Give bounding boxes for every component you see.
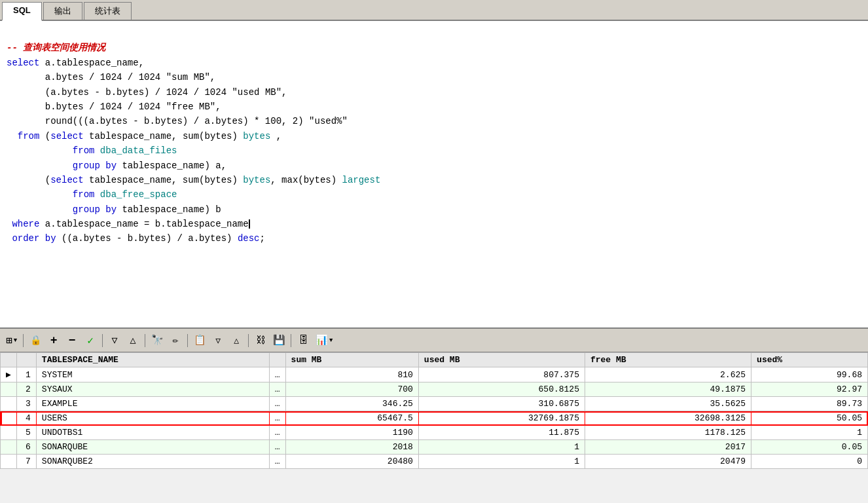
row-used-pct: 89.73 [751,397,868,411]
row-num: 7 [16,455,36,469]
search-button[interactable]: 🔭 [149,333,165,348]
row-used-pct: 0 [751,455,868,469]
tabs-bar: SQL 输出 统计表 [0,0,868,21]
row-free-mb: 35.5625 [585,397,751,411]
row-used-pct: 0.05 [751,440,868,455]
row-tablespace-name: UNDOTBS1 [36,426,269,440]
row-indicator [1,397,17,411]
row-tablespace-name: EXAMPLE [36,397,269,411]
row-indicator: ▶ [1,367,17,382]
col-used-pct[interactable]: used% [751,353,868,367]
nav-up-icon: △ [234,335,239,346]
col-dots [269,353,285,367]
toolbar-separator-3 [145,334,145,347]
results-area[interactable]: TABLESPACE_NAME sum MB used MB free MB u… [0,352,868,469]
row-tablespace-name: SYSAUX [36,382,269,397]
row-free-mb: 2017 [585,440,751,455]
link-button[interactable]: ⛓ [253,333,268,348]
row-num: 2 [16,382,36,397]
row-free-mb: 32698.3125 [585,411,751,426]
row-sum-mb: 1190 [285,426,418,440]
row-indicator [1,382,17,397]
row-num: 5 [16,426,36,440]
col-free-mb[interactable]: free MB [585,353,751,367]
row-free-mb: 49.1875 [585,382,751,397]
eraser-icon: ✏ [173,334,179,346]
eraser-button[interactable]: ✏ [168,333,183,348]
row-tablespace-name: SONARQUBE2 [36,455,269,469]
link-icon: ⛓ [256,335,266,346]
row-tablespace-name: USERS [36,411,269,426]
row-used-pct: 92.97 [751,382,868,397]
filter-up-button[interactable]: △ [125,333,141,348]
row-sum-mb: 65467.5 [285,411,418,426]
row-used-pct: 99.68 [751,367,868,382]
col-sum-mb[interactable]: sum MB [285,353,418,367]
row-used-mb: 11.875 [418,426,585,440]
add-button[interactable]: + [46,333,62,348]
nav-down-icon: ▽ [215,335,221,346]
toolbar-separator-4 [187,334,188,347]
add-icon: + [50,334,58,347]
col-tablespace-name[interactable]: TABLESPACE_NAME [36,353,269,367]
col-indicator [1,353,17,367]
import-button[interactable]: 📋 [192,333,208,348]
row-free-mb: 2.625 [585,367,751,382]
filter-down-button[interactable]: ▽ [107,333,122,348]
tab-sql[interactable]: SQL [2,2,42,21]
row-sum-mb: 20480 [285,455,418,469]
row-num: 6 [16,440,36,455]
row-num: 1 [16,367,36,382]
chart-dropdown-arrow: ▼ [329,337,333,344]
toolbar-separator-2 [102,334,103,347]
tab-stats[interactable]: 统计表 [84,2,132,20]
nav-up-button[interactable]: △ [228,333,244,348]
row-sum-mb: 700 [285,382,418,397]
sql-comment-line: -- 查询表空间使用情况 [7,43,105,53]
row-dots: … [269,411,285,426]
row-dots: … [269,397,285,411]
col-used-mb[interactable]: used MB [418,353,585,367]
lock-button[interactable]: 🔒 [27,333,43,348]
toolbar-separator-6 [291,334,291,347]
check-button[interactable]: ✓ [82,333,98,348]
row-free-mb: 20479 [585,455,751,469]
nav-down-button[interactable]: ▽ [210,333,226,348]
row-dots: … [269,367,285,382]
table-row[interactable]: 3EXAMPLE…346.25310.687535.562589.73 [1,397,868,411]
row-indicator [1,455,17,469]
grid-dropdown-button[interactable]: ⊞ ▼ [4,332,19,349]
save-button[interactable]: 💾 [271,333,287,348]
table-row[interactable]: 2SYSAUX…700650.812549.187592.97 [1,382,868,397]
minus-button[interactable]: − [64,333,80,348]
table-row[interactable]: 6SONARQUBE…2018120170.05 [1,440,868,455]
toolbar-separator-5 [248,334,249,347]
sql-editor[interactable]: -- 查询表空间使用情况 select a.tablespace_name, a… [0,21,868,329]
grid-icon: ⊞ [6,334,12,347]
tab-output[interactable]: 输出 [43,2,82,20]
row-dots: … [269,382,285,397]
filter-down-icon: ▽ [112,334,118,346]
table-row[interactable]: ▶1SYSTEM…810807.3752.62599.68 [1,367,868,382]
binoculars-icon: 🔭 [151,334,164,346]
table-row[interactable]: 4USERS…65467.532769.187532698.312550.05 [1,411,868,426]
row-dots: … [269,455,285,469]
main-container: SQL 输出 统计表 -- 查询表空间使用情况 select a.tablesp… [0,0,868,469]
row-num: 3 [16,397,36,411]
table-row[interactable]: 7SONARQUBE2…204801204790 [1,455,868,469]
row-used-mb: 1 [418,440,585,455]
row-indicator [1,426,17,440]
row-tablespace-name: SYSTEM [36,367,269,382]
row-dots: … [269,440,285,455]
row-used-mb: 1 [418,455,585,469]
row-sum-mb: 810 [285,367,418,382]
row-sum-mb: 2018 [285,440,418,455]
cursor [249,219,250,229]
chart-dropdown-button[interactable]: 📊 ▼ [314,332,335,348]
row-indicator [1,440,17,455]
db-button[interactable]: 🗄 [295,333,311,348]
toolbar: ⊞ ▼ 🔒 + − ✓ ▽ △ 🔭 ✏ 📋 [0,329,868,352]
col-rownum [16,353,36,367]
table-row[interactable]: 5UNDOTBS1…119011.8751178.1251 [1,426,868,440]
results-header-row: TABLESPACE_NAME sum MB used MB free MB u… [1,353,868,367]
